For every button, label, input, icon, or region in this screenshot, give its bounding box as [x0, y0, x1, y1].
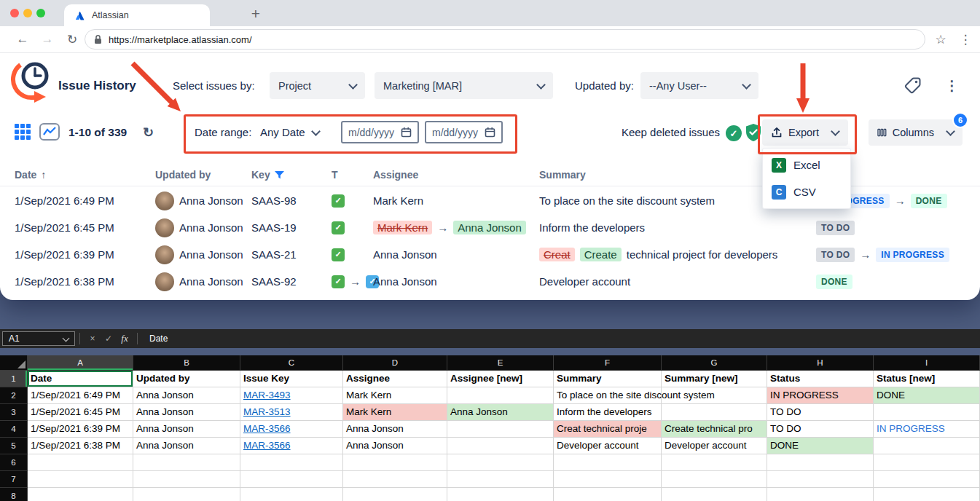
sheet-cell[interactable]: Anna Jonson: [447, 404, 554, 421]
sheet-cell[interactable]: 1/Sep/2021 6:39 PM: [28, 421, 133, 438]
select-by-dropdown[interactable]: Project: [270, 72, 365, 99]
sheet-cell[interactable]: [343, 488, 447, 501]
sheet-column-header-G[interactable]: G: [662, 355, 767, 371]
sheet-cell[interactable]: [133, 471, 240, 488]
sheet-cell[interactable]: Create technical pro: [662, 421, 767, 438]
sheet-cell[interactable]: Status [new]: [874, 371, 980, 387]
export-csv-option[interactable]: C CSV: [763, 178, 850, 205]
new-tab-button[interactable]: +: [245, 3, 267, 25]
sheet-column-header-D[interactable]: D: [343, 355, 447, 371]
sheet-cell[interactable]: [662, 488, 767, 501]
sheet-row-header-7[interactable]: 7: [0, 471, 28, 488]
sheet-cell[interactable]: [343, 471, 447, 488]
grid-view-button[interactable]: [15, 124, 31, 140]
sheet-cell[interactable]: [662, 404, 767, 421]
sheet-cell[interactable]: [767, 454, 874, 471]
sheet-cell[interactable]: [447, 454, 554, 471]
reload-button[interactable]: ↻: [61, 26, 83, 52]
issue-key-link[interactable]: MAR-3566: [240, 438, 343, 454]
sheet-cell[interactable]: To place on the site discount system: [554, 387, 662, 404]
export-excel-option[interactable]: X Excel: [763, 151, 850, 178]
sheet-cell[interactable]: [240, 471, 343, 488]
sheet-cell[interactable]: Mark Kern: [343, 387, 447, 404]
sheet-cell[interactable]: [28, 454, 133, 471]
sheet-cell[interactable]: Creat technical proje: [554, 421, 662, 438]
sheet-cell[interactable]: [343, 454, 447, 471]
sheet-row-header-1[interactable]: 1: [0, 371, 28, 387]
sheet-row-header-8[interactable]: 8: [0, 488, 28, 501]
close-window-button[interactable]: [10, 9, 19, 17]
sheet-cell[interactable]: 1/Sep/2021 6:38 PM: [28, 438, 133, 454]
sheet-cell[interactable]: DONE: [767, 438, 874, 454]
sheet-cell[interactable]: [874, 471, 980, 488]
browser-menu-icon[interactable]: ⋮: [954, 26, 976, 52]
sheet-cell[interactable]: Developer account: [554, 438, 662, 454]
sheet-cell[interactable]: Status: [767, 371, 874, 387]
column-header-updated-by[interactable]: Updated by: [155, 169, 251, 181]
sheet-cell[interactable]: 1/Sep/2021 6:49 PM: [28, 387, 133, 404]
address-bar[interactable]: https://marketplace.atlassian.com/: [85, 29, 925, 50]
date-to-input[interactable]: m/dd/yyyy: [425, 121, 503, 143]
export-button[interactable]: Export: [762, 119, 848, 146]
issue-row[interactable]: 1/Sep/2021 6:39 PMAnna JonsonSAAS-21✓Ann…: [0, 241, 980, 268]
sheet-cell[interactable]: [874, 404, 980, 421]
issue-key-link[interactable]: MAR-3493: [240, 387, 343, 404]
sheet-column-header-A[interactable]: A: [28, 355, 133, 371]
sheet-cell[interactable]: [28, 488, 133, 501]
sheet-cell[interactable]: [554, 488, 662, 501]
sheet-row-header-2[interactable]: 2: [0, 387, 28, 404]
sheet-cell[interactable]: [554, 454, 662, 471]
back-button[interactable]: ←: [12, 26, 34, 52]
sheet-cell[interactable]: Anna Jonson: [133, 404, 240, 421]
sheet-column-header-C[interactable]: C: [240, 355, 343, 371]
sheet-cell[interactable]: [133, 454, 240, 471]
sheet-cell[interactable]: 1/Sep/2021 6:45 PM: [28, 404, 133, 421]
column-header-date[interactable]: Date↑: [15, 169, 155, 181]
enter-icon[interactable]: ✓: [101, 334, 117, 344]
refresh-icon[interactable]: ↻: [143, 119, 154, 146]
sheet-cell[interactable]: TO DO: [767, 404, 874, 421]
sheet-cell[interactable]: Updated by: [133, 371, 240, 387]
sheet-cell[interactable]: [447, 471, 554, 488]
sheet-cell[interactable]: IN PROGRESS: [767, 387, 874, 404]
sheet-cell[interactable]: [767, 488, 874, 501]
sheet-cell[interactable]: Summary: [554, 371, 662, 387]
name-box[interactable]: A1: [2, 331, 75, 346]
date-range-dropdown[interactable]: Any Date: [260, 119, 319, 146]
project-dropdown[interactable]: Marketing [MAR]: [375, 72, 553, 99]
sheet-cell[interactable]: [447, 488, 554, 501]
sheet-cell[interactable]: Mark Kern: [343, 404, 447, 421]
sheet-column-header-E[interactable]: E: [447, 355, 554, 371]
sheet-cell[interactable]: [874, 438, 980, 454]
sheet-cell[interactable]: [240, 454, 343, 471]
chart-view-button[interactable]: [39, 123, 60, 141]
sheet-cell[interactable]: [447, 438, 554, 454]
sheet-column-header-B[interactable]: B: [133, 355, 240, 371]
sheet-cell[interactable]: [874, 488, 980, 501]
issue-row[interactable]: 1/Sep/2021 6:38 PMAnna JonsonSAAS-92✓→✓A…: [0, 268, 980, 295]
label-tag-icon[interactable]: [903, 76, 922, 95]
formula-bar[interactable]: Date: [142, 334, 168, 344]
updated-by-dropdown[interactable]: --Any User--: [640, 72, 758, 99]
sheet-cell[interactable]: IN PROGRESS: [874, 421, 980, 438]
sheet-cell[interactable]: [133, 488, 240, 501]
sheet-cell[interactable]: [240, 488, 343, 501]
issue-row[interactable]: 1/Sep/2021 6:45 PMAnna JonsonSAAS-19✓Mar…: [0, 214, 980, 241]
minimize-window-button[interactable]: [23, 9, 32, 17]
sheet-cell[interactable]: Issue Key: [240, 371, 343, 387]
sheet-cell[interactable]: Anna Jonson: [133, 421, 240, 438]
sheet-cell[interactable]: [662, 471, 767, 488]
sheet-cell[interactable]: Anna Jonson: [133, 438, 240, 454]
sheet-cell[interactable]: DONE: [874, 387, 980, 404]
sheet-cell[interactable]: Developer account: [662, 438, 767, 454]
sheet-column-header-I[interactable]: I: [874, 355, 980, 371]
forward-button[interactable]: →: [36, 26, 58, 52]
sheet-cell[interactable]: Anna Jonson: [343, 438, 447, 454]
sheet-cell[interactable]: TO DO: [767, 421, 874, 438]
sheet-row-header-3[interactable]: 3: [0, 404, 28, 421]
sheet-cell[interactable]: Assignee: [343, 371, 447, 387]
keep-deleted-toggle[interactable]: ✓: [726, 125, 742, 141]
sheet-cell[interactable]: [447, 421, 554, 438]
column-header-assignee[interactable]: Assignee: [373, 169, 539, 181]
column-header-type[interactable]: T: [332, 169, 373, 181]
